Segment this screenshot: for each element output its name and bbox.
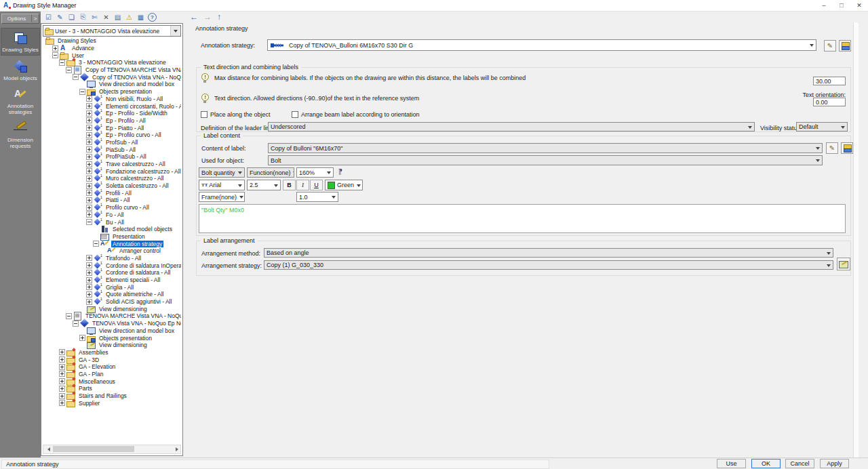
tree-horizontal-scrollbar[interactable] [43, 445, 181, 454]
copy-content-button[interactable] [841, 142, 853, 154]
tree-item[interactable]: 3 - MONTAGGIO Vista elevazione [43, 59, 181, 66]
expand-icon[interactable] [59, 386, 65, 392]
chevron-down-icon[interactable] [354, 180, 363, 190]
apply-button[interactable]: Apply [820, 459, 849, 468]
chevron-down-icon[interactable] [824, 261, 833, 269]
tree-item[interactable]: Elementi circostanti, Ruolo - All [43, 102, 181, 110]
maximize-button[interactable]: □ [833, 0, 850, 11]
collapse-icon[interactable] [86, 219, 92, 225]
tree-item[interactable]: Quote altimetriche - All [43, 291, 181, 298]
tree-item[interactable]: View direction and model box [43, 81, 181, 88]
arrangement-strategy-combobox[interactable]: Copy (1) G_030_330 [264, 260, 833, 270]
chevron-down-icon[interactable] [237, 192, 245, 201]
tree-item[interactable]: Ep - Profilo - All [43, 117, 181, 125]
up-icon[interactable]: ↑ [217, 12, 221, 22]
warning-style-icon[interactable]: ⚠ [125, 13, 134, 22]
chevron-down-icon[interactable] [235, 180, 244, 190]
content-of-label-combobox[interactable]: Copy of Bulloni "6M16x70" [268, 143, 823, 153]
sidebar-item-model-objects[interactable]: Model objects [1, 57, 40, 83]
minimize-button[interactable]: – [815, 0, 833, 11]
expand-icon[interactable] [86, 146, 92, 152]
tree-item[interactable]: Non visibili, Ruolo - All [43, 96, 181, 103]
chevron-down-icon[interactable] [838, 123, 847, 131]
tree-item[interactable]: Copy of TENOVA MARCHE Vista VNA - NoQuo … [43, 66, 181, 74]
tree-item[interactable]: ProfSub - All [43, 139, 181, 146]
chevron-down-icon[interactable] [271, 180, 280, 190]
tree-item[interactable]: TENOVA MARCHE Vista VNA - NoQuo Ep Nome [43, 312, 181, 320]
tree-item[interactable]: Objects presentation [43, 88, 181, 96]
expand-icon[interactable] [86, 132, 92, 138]
expand-icon[interactable] [86, 270, 92, 276]
expand-icon[interactable] [59, 371, 65, 377]
expand-icon[interactable] [86, 299, 92, 305]
expand-icon[interactable] [59, 364, 65, 370]
options-button[interactable]: Options > [1, 14, 39, 24]
max-distance-input[interactable]: 30.00 [813, 77, 846, 85]
tree-item[interactable]: View dimensioning [43, 305, 181, 312]
ok-button[interactable]: OK [751, 459, 781, 468]
italic-button[interactable]: I [296, 180, 309, 190]
tree-item[interactable]: Profilo curvo - All [43, 204, 181, 211]
function-combobox[interactable]: Function(none) [247, 167, 294, 178]
font-combobox[interactable]: TT Arial [199, 180, 245, 190]
tree-item[interactable]: GA - Elevation [43, 363, 181, 371]
chevron-down-icon[interactable] [813, 156, 822, 165]
tree-item[interactable]: Stairs and Railings [43, 392, 181, 400]
expand-icon[interactable] [86, 161, 92, 167]
checkbox-icon[interactable] [201, 111, 208, 118]
chevron-down-icon[interactable] [170, 26, 180, 36]
options-chevron-icon[interactable]: > [31, 15, 39, 22]
leader-line-combobox[interactable]: Underscored [268, 122, 755, 131]
chevron-down-icon[interactable] [235, 168, 244, 177]
tree-item[interactable]: Arranger control [43, 247, 181, 255]
expand-icon[interactable] [86, 139, 92, 145]
frame-combobox[interactable]: Frame(none) [199, 192, 245, 202]
tree-item[interactable]: Tirafondo - All [43, 255, 181, 262]
expand-icon[interactable] [86, 96, 92, 102]
chevron-down-icon[interactable] [824, 249, 833, 257]
expand-icon[interactable] [86, 211, 92, 218]
tree-item[interactable]: PiaSub - All [43, 146, 181, 153]
sidebar-item-annotation-strategies[interactable]: Annotation strategies [1, 85, 40, 117]
sidebar-item-dimension-requests[interactable]: Dimension requests [1, 119, 40, 151]
expand-icon[interactable] [86, 190, 92, 196]
tree-item[interactable]: Selected model objects [43, 226, 181, 233]
label-content-editor[interactable]: "Bolt Qty" M0x0 [199, 204, 846, 233]
expand-icon[interactable] [86, 168, 92, 174]
collapse-icon[interactable] [66, 67, 72, 73]
use-button[interactable]: Use [717, 459, 746, 468]
edit-arrangement-button[interactable] [837, 258, 850, 270]
expand-icon[interactable] [59, 393, 65, 399]
expand-icon[interactable] [86, 110, 92, 117]
text-color-combobox[interactable]: Green [325, 180, 363, 190]
expand-icon[interactable] [86, 262, 92, 268]
scroll-right-icon[interactable] [172, 446, 180, 453]
tree-item[interactable]: Trave calcestruzzo - All [43, 161, 181, 168]
line-width-combobox[interactable]: 1.0 [296, 192, 338, 202]
expand-icon[interactable] [59, 378, 65, 384]
tree-item[interactable]: Bu - All [43, 218, 181, 226]
expand-icon[interactable] [86, 205, 92, 211]
sidebar-item-drawing-styles[interactable]: Drawing Styles [1, 28, 40, 56]
collapse-icon[interactable] [52, 52, 58, 58]
scrollbar-thumb[interactable] [53, 446, 134, 452]
expand-icon[interactable] [86, 255, 92, 261]
help-icon[interactable]: ? [148, 13, 157, 22]
expand-icon[interactable] [59, 356, 65, 363]
tree-item[interactable]: User [43, 52, 181, 59]
tree-item[interactable]: Ep - Profilo - Side/Width [43, 110, 181, 117]
tree-item[interactable]: TENOVA Vista VNA - NoQuo Ep NomePosPi [43, 320, 181, 327]
tree-item[interactable]: Profili - All [43, 189, 181, 197]
chevron-down-icon[interactable] [813, 144, 822, 152]
tree-item[interactable]: GA - Plan [43, 371, 181, 378]
copy-strategy-button[interactable] [839, 40, 851, 52]
edit-strategy-button[interactable]: ✎ [824, 40, 836, 52]
tree-item[interactable]: Solidi ACIS aggiuntivi - All [43, 298, 181, 306]
tree-item[interactable]: View direction and model box [43, 327, 181, 335]
preview-icon[interactable]: ▦ [136, 13, 145, 22]
chevron-down-icon[interactable] [745, 123, 754, 131]
tree-item[interactable]: Parts [43, 385, 181, 392]
visibility-status-combobox[interactable]: Default [796, 122, 848, 131]
tree-item[interactable]: Muro calcestruzzo - All [43, 175, 181, 182]
used-for-object-combobox[interactable]: Bolt [268, 155, 823, 165]
